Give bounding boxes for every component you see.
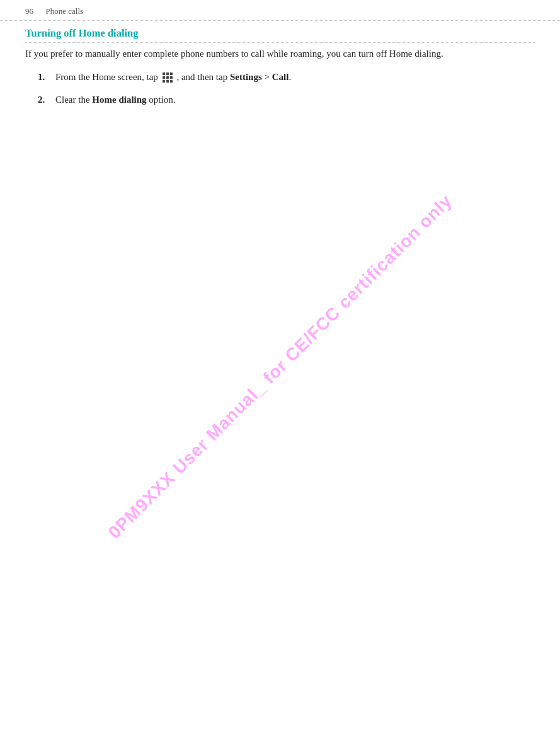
section-title: Turning off Home dialing (25, 21, 535, 43)
grid-icon (162, 72, 173, 83)
svg-rect-0 (163, 72, 165, 75)
home-dialing-label: Home dialing (92, 95, 146, 105)
svg-rect-6 (163, 80, 165, 83)
svg-rect-3 (163, 76, 165, 79)
call-label: Call (272, 72, 289, 82)
steps-list: 1. From the Home screen, tap (38, 70, 535, 107)
step-2-number: 2. (38, 93, 55, 107)
step-1-text: From the Home screen, tap , and the (55, 70, 535, 84)
page-header: 96 Phone calls (0, 0, 560, 20)
content-area: Turning off Home dialing If you prefer t… (0, 21, 560, 107)
svg-rect-1 (166, 72, 169, 75)
intro-paragraph: If you prefer to manually enter complete… (25, 47, 535, 61)
svg-rect-7 (166, 80, 169, 83)
page-number: 96 (25, 6, 33, 16)
section-name: Phone calls (46, 6, 84, 16)
step-1: 1. From the Home screen, tap (38, 70, 535, 84)
step-1-number: 1. (38, 70, 55, 84)
watermark: 0PM9XXX User Manual_ for CE/FCC certific… (104, 190, 456, 543)
svg-rect-8 (170, 80, 173, 83)
svg-rect-2 (170, 72, 173, 75)
step-2-text: Clear the Home dialing option. (55, 93, 535, 107)
svg-rect-4 (166, 76, 169, 79)
step-2: 2. Clear the Home dialing option. (38, 93, 535, 107)
settings-label: Settings (230, 72, 262, 82)
svg-rect-5 (170, 76, 173, 79)
